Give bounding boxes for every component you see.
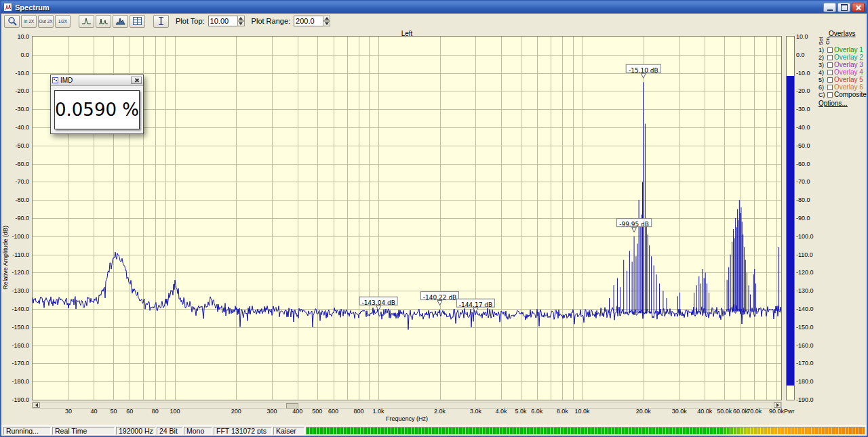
y-axis-tick-label: -130.0 <box>1 287 29 294</box>
zoom-in-2x-button[interactable]: In 2X <box>21 15 37 28</box>
y-axis-tick-label: -190.0 <box>1 396 29 403</box>
plot-top-label: Plot Top: <box>176 17 205 25</box>
peak-plot-button[interactable] <box>79 15 94 28</box>
imd-value: 0.0590 % <box>54 90 140 129</box>
overlay-on-checkbox[interactable] <box>827 77 833 83</box>
magnifier-icon <box>7 16 17 26</box>
overlay-label: Composite <box>834 91 867 98</box>
zoom-button[interactable] <box>4 15 20 28</box>
cursor-measure-button[interactable] <box>153 15 169 28</box>
y-axis-tick-label: -150.0 <box>796 324 814 331</box>
y-axis-tick-label: -140.0 <box>1 306 29 312</box>
y-axis-tick-label: -20.0 <box>1 87 29 94</box>
cursor-marker: -143.04 dB <box>359 297 397 310</box>
y-axis-tick-label: 0.0 <box>1 51 29 58</box>
x-axis-tick-label: 80 <box>152 408 159 415</box>
status-fft-size: FFT 131072 pts <box>214 427 272 435</box>
overlay-set-button[interactable]: 3) <box>818 62 826 68</box>
scroll-right-button[interactable] <box>774 402 781 408</box>
cursor-marker: -15.10 dB <box>626 64 660 78</box>
overlay-set-button[interactable]: 4) <box>818 69 826 76</box>
plot-grid <box>33 37 781 400</box>
overlay-row: 6)Overlay 6 <box>818 83 867 91</box>
x-axis-tick-label: 800 <box>354 408 364 415</box>
overlay-row: 3)Overlay 3 <box>818 61 867 68</box>
overlay-row: C)Composite <box>818 91 867 98</box>
overlay-set-button[interactable]: C) <box>818 91 826 98</box>
x-axis-tick-label: 100 <box>170 408 180 415</box>
y-axis-tick-label: -70.0 <box>796 178 810 185</box>
imd-dialog-titlebar[interactable]: IMD <box>51 75 143 86</box>
zoom-half-button[interactable]: 1/2X <box>55 15 71 28</box>
plot-top-input[interactable] <box>208 16 237 26</box>
x-axis-tick-label: 5.0k <box>515 408 526 415</box>
maximize-button[interactable] <box>837 3 850 12</box>
arrow-right-icon <box>776 403 781 407</box>
dual-peak-plot-button[interactable] <box>96 15 111 28</box>
peak-curve-icon <box>81 17 92 25</box>
arrow-left-icon <box>33 403 38 407</box>
x-axis-tick-label: 30.0k <box>672 408 687 415</box>
maximize-icon <box>841 4 848 11</box>
power-bar-fill <box>787 76 794 386</box>
x-axis-tick-label: 200 <box>231 408 241 415</box>
x-axis-tick-label: 40.0k <box>697 408 712 415</box>
overlay-set-button[interactable]: 2) <box>818 54 826 61</box>
x-axis-tick-label: 20.0k <box>636 408 651 415</box>
spectrum-plot[interactable]: -15.10 dB-99.95 dB-143.04 dB-140.22 dB-1… <box>33 37 781 400</box>
x-axis-tick-label: 10.0k <box>574 408 589 415</box>
y-axis-tick-label: -160.0 <box>796 342 814 349</box>
x-axis-title: Frequency (Hz) <box>33 415 781 422</box>
statusbar: Running... Real Time 192000 Hz 24 Bit Mo… <box>1 425 867 436</box>
y-axis-tick-label: -50.0 <box>1 142 29 149</box>
overlay-set-button[interactable]: 1) <box>818 47 826 54</box>
plot-range-increment-button[interactable] <box>323 16 330 21</box>
magnifier-half-icon: 1/2X <box>58 19 67 24</box>
close-button[interactable] <box>852 3 865 12</box>
overlay-on-checkbox[interactable] <box>827 85 833 90</box>
arrow-up-icon <box>239 15 243 20</box>
plot-range-decrement-button[interactable] <box>323 21 330 26</box>
spectrum-peaks <box>610 82 779 313</box>
overlay-on-checkbox[interactable] <box>827 55 833 60</box>
x-axis-tick-label: 3.0k <box>470 408 481 415</box>
overlay-on-checkbox[interactable] <box>827 92 833 98</box>
y-axis-tick-label: -110.0 <box>1 251 29 258</box>
window-title: Spectrum <box>15 3 50 12</box>
minimize-button[interactable] <box>823 3 836 12</box>
imd-dialog[interactable]: IMD 0.0590 % <box>50 75 144 134</box>
dual-peak-curve-icon <box>98 17 108 25</box>
status-run-state: Running... <box>3 427 51 435</box>
data-table-button[interactable] <box>130 15 145 28</box>
y-axis-tick-label: -120.0 <box>796 269 814 276</box>
status-bit-depth: 24 Bit <box>157 427 182 435</box>
overlay-set-button[interactable]: 5) <box>818 77 826 83</box>
filled-plot-button[interactable] <box>113 15 128 28</box>
plot-horizontal-scrollbar[interactable] <box>32 402 782 409</box>
cursor-marker-label: -143.04 dB <box>361 299 395 306</box>
zoom-out-2x-button[interactable]: Out 2X <box>38 15 54 28</box>
arrow-down-icon <box>325 22 329 27</box>
overlays-options-button[interactable]: Options... <box>818 100 848 107</box>
overlays-panel: Overlays Set On 1)Overlay 12)Overlay 23)… <box>818 30 867 138</box>
overlay-set-button[interactable]: 6) <box>818 84 826 91</box>
scroll-left-button[interactable] <box>33 402 40 408</box>
y-axis-tick-label: -40.0 <box>796 124 810 131</box>
overlay-on-checkbox[interactable] <box>827 47 833 53</box>
overlay-on-checkbox[interactable] <box>827 62 833 68</box>
x-axis-tick-label: 50 <box>110 408 117 415</box>
y-axis-tick-label: -100.0 <box>1 233 29 240</box>
overlay-row: 1)Overlay 1 <box>818 46 867 54</box>
plot-top-increment-button[interactable] <box>237 16 245 21</box>
y-axis-tick-label: -190.0 <box>796 396 814 403</box>
client-area: Left Relative Amplitude (dB) 10.00.0-10.… <box>1 28 867 425</box>
imd-close-button[interactable] <box>131 77 142 84</box>
overlays-list: 1)Overlay 12)Overlay 23)Overlay 34)Overl… <box>818 46 867 98</box>
plot-top-decrement-button[interactable] <box>237 21 245 26</box>
y-axis-tick-label: -160.0 <box>1 342 29 349</box>
plot-frame: -15.10 dB-99.95 dB-143.04 dB-140.22 dB-1… <box>32 36 782 400</box>
overlay-label: Overlay 3 <box>834 61 863 68</box>
arrow-up-icon <box>325 15 329 20</box>
overlay-on-checkbox[interactable] <box>827 70 833 75</box>
plot-range-input[interactable] <box>294 16 323 26</box>
